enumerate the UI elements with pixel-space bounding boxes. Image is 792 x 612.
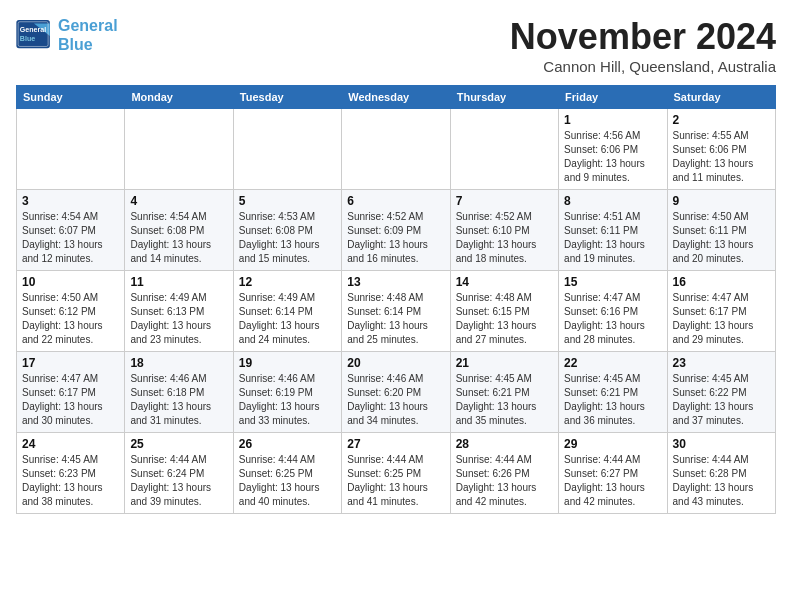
day-number: 24	[22, 437, 119, 451]
day-number: 17	[22, 356, 119, 370]
day-info: Sunrise: 4:44 AM Sunset: 6:24 PM Dayligh…	[130, 453, 227, 509]
calendar-cell: 18Sunrise: 4:46 AM Sunset: 6:18 PM Dayli…	[125, 352, 233, 433]
calendar-cell: 2Sunrise: 4:55 AM Sunset: 6:06 PM Daylig…	[667, 109, 775, 190]
page-header: General Blue General Blue November 2024 …	[16, 16, 776, 75]
day-number: 28	[456, 437, 553, 451]
day-number: 26	[239, 437, 336, 451]
calendar-cell: 23Sunrise: 4:45 AM Sunset: 6:22 PM Dayli…	[667, 352, 775, 433]
calendar-cell: 16Sunrise: 4:47 AM Sunset: 6:17 PM Dayli…	[667, 271, 775, 352]
day-info: Sunrise: 4:47 AM Sunset: 6:17 PM Dayligh…	[22, 372, 119, 428]
day-info: Sunrise: 4:52 AM Sunset: 6:09 PM Dayligh…	[347, 210, 444, 266]
calendar-cell: 19Sunrise: 4:46 AM Sunset: 6:19 PM Dayli…	[233, 352, 341, 433]
calendar-cell: 21Sunrise: 4:45 AM Sunset: 6:21 PM Dayli…	[450, 352, 558, 433]
day-info: Sunrise: 4:44 AM Sunset: 6:25 PM Dayligh…	[239, 453, 336, 509]
day-info: Sunrise: 4:45 AM Sunset: 6:22 PM Dayligh…	[673, 372, 770, 428]
day-number: 23	[673, 356, 770, 370]
logo: General Blue General Blue	[16, 16, 118, 54]
day-number: 6	[347, 194, 444, 208]
day-number: 19	[239, 356, 336, 370]
col-header-saturday: Saturday	[667, 86, 775, 109]
calendar-cell: 27Sunrise: 4:44 AM Sunset: 6:25 PM Dayli…	[342, 433, 450, 514]
calendar-cell: 5Sunrise: 4:53 AM Sunset: 6:08 PM Daylig…	[233, 190, 341, 271]
month-title: November 2024	[510, 16, 776, 58]
calendar-cell: 28Sunrise: 4:44 AM Sunset: 6:26 PM Dayli…	[450, 433, 558, 514]
col-header-tuesday: Tuesday	[233, 86, 341, 109]
calendar-cell: 30Sunrise: 4:44 AM Sunset: 6:28 PM Dayli…	[667, 433, 775, 514]
day-number: 9	[673, 194, 770, 208]
day-info: Sunrise: 4:55 AM Sunset: 6:06 PM Dayligh…	[673, 129, 770, 185]
day-info: Sunrise: 4:45 AM Sunset: 6:21 PM Dayligh…	[564, 372, 661, 428]
day-info: Sunrise: 4:44 AM Sunset: 6:26 PM Dayligh…	[456, 453, 553, 509]
day-info: Sunrise: 4:48 AM Sunset: 6:14 PM Dayligh…	[347, 291, 444, 347]
svg-text:Blue: Blue	[20, 35, 35, 42]
day-number: 2	[673, 113, 770, 127]
day-number: 13	[347, 275, 444, 289]
logo-icon: General Blue	[16, 20, 52, 50]
calendar-cell: 4Sunrise: 4:54 AM Sunset: 6:08 PM Daylig…	[125, 190, 233, 271]
day-info: Sunrise: 4:44 AM Sunset: 6:28 PM Dayligh…	[673, 453, 770, 509]
calendar-cell: 15Sunrise: 4:47 AM Sunset: 6:16 PM Dayli…	[559, 271, 667, 352]
calendar-cell	[125, 109, 233, 190]
svg-text:General: General	[20, 27, 46, 34]
calendar-cell: 7Sunrise: 4:52 AM Sunset: 6:10 PM Daylig…	[450, 190, 558, 271]
day-info: Sunrise: 4:46 AM Sunset: 6:19 PM Dayligh…	[239, 372, 336, 428]
day-number: 16	[673, 275, 770, 289]
day-info: Sunrise: 4:53 AM Sunset: 6:08 PM Dayligh…	[239, 210, 336, 266]
calendar-cell: 13Sunrise: 4:48 AM Sunset: 6:14 PM Dayli…	[342, 271, 450, 352]
col-header-thursday: Thursday	[450, 86, 558, 109]
calendar-cell: 8Sunrise: 4:51 AM Sunset: 6:11 PM Daylig…	[559, 190, 667, 271]
day-number: 15	[564, 275, 661, 289]
calendar-cell: 26Sunrise: 4:44 AM Sunset: 6:25 PM Dayli…	[233, 433, 341, 514]
day-info: Sunrise: 4:48 AM Sunset: 6:15 PM Dayligh…	[456, 291, 553, 347]
day-info: Sunrise: 4:50 AM Sunset: 6:11 PM Dayligh…	[673, 210, 770, 266]
day-number: 14	[456, 275, 553, 289]
day-info: Sunrise: 4:56 AM Sunset: 6:06 PM Dayligh…	[564, 129, 661, 185]
day-number: 1	[564, 113, 661, 127]
calendar-cell	[342, 109, 450, 190]
day-number: 20	[347, 356, 444, 370]
calendar-cell: 6Sunrise: 4:52 AM Sunset: 6:09 PM Daylig…	[342, 190, 450, 271]
calendar-cell: 10Sunrise: 4:50 AM Sunset: 6:12 PM Dayli…	[17, 271, 125, 352]
calendar-cell: 24Sunrise: 4:45 AM Sunset: 6:23 PM Dayli…	[17, 433, 125, 514]
day-number: 5	[239, 194, 336, 208]
calendar-cell: 25Sunrise: 4:44 AM Sunset: 6:24 PM Dayli…	[125, 433, 233, 514]
calendar-cell: 22Sunrise: 4:45 AM Sunset: 6:21 PM Dayli…	[559, 352, 667, 433]
day-number: 22	[564, 356, 661, 370]
title-area: November 2024 Cannon Hill, Queensland, A…	[510, 16, 776, 75]
day-number: 12	[239, 275, 336, 289]
calendar-cell: 29Sunrise: 4:44 AM Sunset: 6:27 PM Dayli…	[559, 433, 667, 514]
day-info: Sunrise: 4:44 AM Sunset: 6:25 PM Dayligh…	[347, 453, 444, 509]
day-number: 18	[130, 356, 227, 370]
calendar-cell: 11Sunrise: 4:49 AM Sunset: 6:13 PM Dayli…	[125, 271, 233, 352]
day-number: 21	[456, 356, 553, 370]
col-header-sunday: Sunday	[17, 86, 125, 109]
day-info: Sunrise: 4:49 AM Sunset: 6:13 PM Dayligh…	[130, 291, 227, 347]
day-info: Sunrise: 4:50 AM Sunset: 6:12 PM Dayligh…	[22, 291, 119, 347]
day-info: Sunrise: 4:47 AM Sunset: 6:16 PM Dayligh…	[564, 291, 661, 347]
calendar-cell: 3Sunrise: 4:54 AM Sunset: 6:07 PM Daylig…	[17, 190, 125, 271]
day-number: 25	[130, 437, 227, 451]
day-info: Sunrise: 4:47 AM Sunset: 6:17 PM Dayligh…	[673, 291, 770, 347]
col-header-wednesday: Wednesday	[342, 86, 450, 109]
day-number: 11	[130, 275, 227, 289]
day-info: Sunrise: 4:54 AM Sunset: 6:07 PM Dayligh…	[22, 210, 119, 266]
day-number: 29	[564, 437, 661, 451]
day-info: Sunrise: 4:46 AM Sunset: 6:18 PM Dayligh…	[130, 372, 227, 428]
calendar-cell: 20Sunrise: 4:46 AM Sunset: 6:20 PM Dayli…	[342, 352, 450, 433]
calendar-table: SundayMondayTuesdayWednesdayThursdayFrid…	[16, 85, 776, 514]
calendar-cell: 12Sunrise: 4:49 AM Sunset: 6:14 PM Dayli…	[233, 271, 341, 352]
day-number: 3	[22, 194, 119, 208]
col-header-friday: Friday	[559, 86, 667, 109]
day-number: 30	[673, 437, 770, 451]
day-info: Sunrise: 4:45 AM Sunset: 6:23 PM Dayligh…	[22, 453, 119, 509]
col-header-monday: Monday	[125, 86, 233, 109]
day-info: Sunrise: 4:54 AM Sunset: 6:08 PM Dayligh…	[130, 210, 227, 266]
calendar-cell: 17Sunrise: 4:47 AM Sunset: 6:17 PM Dayli…	[17, 352, 125, 433]
day-info: Sunrise: 4:45 AM Sunset: 6:21 PM Dayligh…	[456, 372, 553, 428]
day-number: 27	[347, 437, 444, 451]
day-number: 10	[22, 275, 119, 289]
calendar-cell: 9Sunrise: 4:50 AM Sunset: 6:11 PM Daylig…	[667, 190, 775, 271]
day-info: Sunrise: 4:52 AM Sunset: 6:10 PM Dayligh…	[456, 210, 553, 266]
calendar-cell: 14Sunrise: 4:48 AM Sunset: 6:15 PM Dayli…	[450, 271, 558, 352]
day-number: 8	[564, 194, 661, 208]
